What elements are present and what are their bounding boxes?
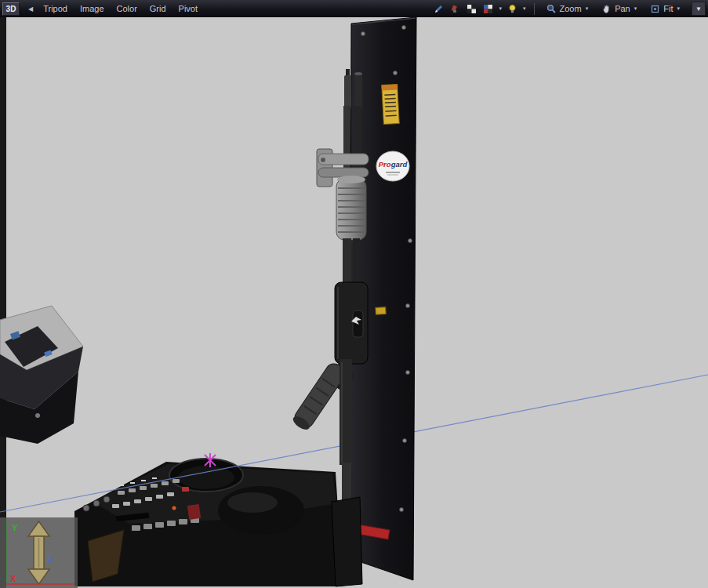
toolbar-separator: [534, 3, 535, 15]
bottom-mount-bracket: [332, 497, 362, 586]
fit-button[interactable]: Fit ▾: [645, 3, 685, 15]
svg-text:Progard: Progard: [379, 160, 408, 169]
pump-forend: [336, 176, 366, 240]
menu-color[interactable]: Color: [111, 2, 143, 15]
fit-caret-icon[interactable]: ▾: [676, 5, 681, 12]
viewport-options-caret-icon[interactable]: ▼: [692, 2, 706, 16]
color-options-caret-icon[interactable]: ▾: [498, 5, 503, 12]
toolbar-right: ▾ ▾ Zoom ▾ Pan ▾ Fit ▾ ▼: [432, 2, 706, 16]
pan-caret-icon[interactable]: ▾: [634, 5, 638, 12]
warning-label: [382, 85, 400, 125]
menu-pivot[interactable]: Pivot: [172, 2, 204, 15]
zoom-caret-icon[interactable]: ▾: [585, 5, 590, 12]
light-options-caret-icon[interactable]: ▾: [522, 5, 527, 12]
progard-badge: Progard: [376, 151, 409, 181]
light-bulb-icon[interactable]: [506, 2, 519, 16]
pan-button[interactable]: Pan ▾: [597, 3, 642, 15]
viewport-3d[interactable]: Progard: [0, 17, 708, 588]
badge-brand-red: Pro: [379, 160, 391, 169]
menu-image[interactable]: Image: [74, 2, 111, 15]
axis-y-label: Y: [12, 523, 18, 532]
magnifier-icon: [546, 4, 557, 14]
color-checker-icon[interactable]: [481, 2, 495, 16]
pan-hand-icon: [601, 4, 612, 14]
small-yellow-label: [376, 307, 386, 315]
axis-gizmo[interactable]: Y Z X: [0, 517, 78, 588]
menubar: 3D ◀ Tripod Image Color Grid Pivot ▾ ▾ Z…: [0, 0, 708, 17]
zoom-label: Zoom: [560, 4, 582, 13]
view-mode-button[interactable]: 3D: [2, 2, 20, 16]
badge-brand-blue: gard: [390, 160, 408, 169]
brush-tool-icon[interactable]: [448, 2, 462, 16]
axis-z-label: Z: [47, 554, 53, 563]
receiver: [335, 282, 368, 364]
menu-tripod[interactable]: Tripod: [37, 2, 74, 15]
draw-tool-icon[interactable]: [432, 2, 445, 16]
menu-grid[interactable]: Grid: [143, 2, 172, 15]
axis-x-label: X: [10, 574, 16, 583]
fit-label: Fit: [663, 4, 673, 13]
armrest-pad: [218, 486, 304, 535]
pan-label: Pan: [615, 4, 630, 13]
fit-frame-icon: [650, 4, 660, 14]
history-back-icon[interactable]: ◀: [24, 5, 37, 13]
zoom-button[interactable]: Zoom ▾: [542, 3, 594, 15]
checker-bw-icon[interactable]: [465, 2, 478, 16]
left-edge-strip: [0, 17, 6, 588]
